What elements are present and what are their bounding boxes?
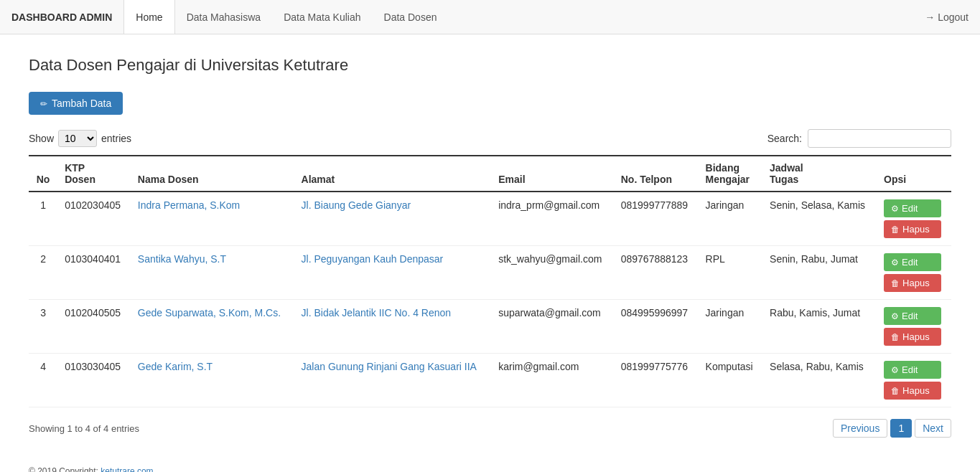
cell-telpon: 089767888123 bbox=[614, 246, 699, 300]
edit-label: Edit bbox=[902, 311, 918, 321]
entries-label: entries bbox=[101, 133, 131, 144]
col-jadwal: JadwalTugas bbox=[762, 156, 877, 192]
cell-ktp: 0103040401 bbox=[57, 246, 131, 300]
cell-nama: Indra Permana, S.Kom bbox=[131, 192, 294, 246]
cell-opsi: Edit Hapus bbox=[877, 246, 951, 300]
col-opsi: Opsi bbox=[877, 156, 951, 192]
main-content: Data Dosen Pengajar di Universitas Ketut… bbox=[0, 34, 980, 459]
col-ktp: KTPDosen bbox=[57, 156, 131, 192]
edit-label: Edit bbox=[902, 203, 918, 214]
cell-telpon: 081999777889 bbox=[614, 192, 699, 246]
table-row: 1 0102030405 Indra Permana, S.Kom Jl. Bi… bbox=[29, 192, 951, 246]
hapus-label: Hapus bbox=[902, 224, 930, 235]
nav-item-data-dosen[interactable]: Data Dosen bbox=[373, 0, 449, 34]
edit-button[interactable]: Edit bbox=[884, 199, 941, 217]
site-footer: © 2019 Copyright: ketutrare.com bbox=[0, 459, 980, 472]
pagination: Previous 1 Next bbox=[833, 419, 951, 438]
cell-alamat: Jalan Gunung Rinjani Gang Kasuari IIA bbox=[294, 354, 492, 407]
search-box: Search: bbox=[767, 129, 951, 148]
add-button-label: Tambah Data bbox=[52, 98, 111, 109]
site-footer-link[interactable]: ketutrare.com bbox=[101, 466, 153, 472]
nav-item-data-mata-kuliah[interactable]: Data Mata Kuliah bbox=[272, 0, 372, 34]
cell-no: 3 bbox=[29, 300, 57, 354]
edit-button[interactable]: Edit bbox=[884, 253, 941, 271]
dosen-table: No KTPDosen Nama Dosen Alamat Email No. … bbox=[29, 155, 951, 407]
nav-item-home[interactable]: Home bbox=[123, 0, 174, 34]
cell-jadwal: Rabu, Kamis, Jumat bbox=[762, 300, 877, 354]
col-nama: Nama Dosen bbox=[131, 156, 294, 192]
cell-email: stk_wahyu@gmail.com bbox=[491, 246, 614, 300]
cell-alamat: Jl. Peguyangan Kauh Denpasar bbox=[294, 246, 492, 300]
cell-no: 2 bbox=[29, 246, 57, 300]
gear-icon bbox=[891, 364, 899, 375]
cell-jadwal: Selasa, Rabu, Kamis bbox=[762, 354, 877, 407]
edit-button[interactable]: Edit bbox=[884, 361, 941, 379]
site-footer-text: © 2019 Copyright: bbox=[29, 466, 101, 472]
cell-email: suparwata@gmail.com bbox=[491, 300, 614, 354]
hapus-label: Hapus bbox=[902, 385, 930, 396]
cell-opsi: Edit Hapus bbox=[877, 354, 951, 407]
add-data-button[interactable]: Tambah Data bbox=[29, 92, 123, 115]
table-controls: Show 10 25 50 100 entries Search: bbox=[29, 129, 951, 148]
cell-alamat: Jl. Biaung Gede Gianyar bbox=[294, 192, 492, 246]
navbar-brand: DASHBOARD ADMIN bbox=[0, 11, 123, 23]
cell-jadwal: Senin, Rabu, Jumat bbox=[762, 246, 877, 300]
col-email: Email bbox=[491, 156, 614, 192]
show-entries: Show 10 25 50 100 entries bbox=[29, 130, 131, 147]
cell-opsi: Edit Hapus bbox=[877, 300, 951, 354]
prev-button[interactable]: Previous bbox=[833, 419, 887, 438]
trash-icon bbox=[891, 331, 900, 342]
page-1-button[interactable]: 1 bbox=[890, 419, 912, 438]
showing-text: Showing 1 to 4 of 4 entries bbox=[29, 423, 139, 434]
logout-icon bbox=[925, 11, 935, 23]
pencil-icon bbox=[40, 98, 47, 109]
show-label: Show bbox=[29, 133, 54, 144]
edit-label: Edit bbox=[902, 364, 918, 375]
logout-button[interactable]: Logout bbox=[913, 11, 980, 23]
hapus-label: Hapus bbox=[902, 278, 930, 288]
table-row: 2 0103040401 Santika Wahyu, S.T Jl. Pegu… bbox=[29, 246, 951, 300]
col-alamat: Alamat bbox=[294, 156, 492, 192]
edit-button[interactable]: Edit bbox=[884, 307, 941, 325]
page-title: Data Dosen Pengajar di Universitas Ketut… bbox=[29, 56, 951, 75]
logout-label: Logout bbox=[938, 11, 969, 23]
hapus-button[interactable]: Hapus bbox=[884, 274, 941, 292]
entries-select[interactable]: 10 25 50 100 bbox=[58, 130, 97, 147]
cell-bidang: RPL bbox=[699, 246, 763, 300]
gear-icon bbox=[891, 257, 899, 268]
hapus-button[interactable]: Hapus bbox=[884, 220, 941, 238]
hapus-button[interactable]: Hapus bbox=[884, 328, 941, 346]
edit-label: Edit bbox=[902, 257, 918, 268]
cell-email: karim@gmail.com bbox=[491, 354, 614, 407]
cell-nama: Santika Wahyu, S.T bbox=[131, 246, 294, 300]
cell-jadwal: Senin, Selasa, Kamis bbox=[762, 192, 877, 246]
trash-icon bbox=[891, 385, 900, 396]
cell-telpon: 081999775776 bbox=[614, 354, 699, 407]
table-row: 4 0103030405 Gede Karim, S.T Jalan Gunun… bbox=[29, 354, 951, 407]
trash-icon bbox=[891, 278, 900, 288]
cell-email: indra_prm@gmail.com bbox=[491, 192, 614, 246]
cell-telpon: 084995996997 bbox=[614, 300, 699, 354]
trash-icon bbox=[891, 224, 900, 235]
hapus-label: Hapus bbox=[902, 331, 930, 342]
gear-icon bbox=[891, 203, 899, 214]
navbar: DASHBOARD ADMIN Home Data Mahasiswa Data… bbox=[0, 0, 980, 34]
next-button[interactable]: Next bbox=[915, 419, 951, 438]
col-no: No bbox=[29, 156, 57, 192]
navbar-nav: Home Data Mahasiswa Data Mata Kuliah Dat… bbox=[123, 0, 913, 34]
nav-item-data-mahasiswa[interactable]: Data Mahasiswa bbox=[175, 0, 273, 34]
search-input[interactable] bbox=[808, 129, 951, 148]
search-label: Search: bbox=[767, 133, 802, 144]
cell-nama: Gede Suparwata, S.Kom, M.Cs. bbox=[131, 300, 294, 354]
cell-bidang: Jaringan bbox=[699, 300, 763, 354]
cell-nama: Gede Karim, S.T bbox=[131, 354, 294, 407]
cell-bidang: Komputasi bbox=[699, 354, 763, 407]
table-row: 3 0102040505 Gede Suparwata, S.Kom, M.Cs… bbox=[29, 300, 951, 354]
hapus-button[interactable]: Hapus bbox=[884, 382, 941, 400]
cell-bidang: Jaringan bbox=[699, 192, 763, 246]
table-footer: Showing 1 to 4 of 4 entries Previous 1 N… bbox=[29, 419, 951, 438]
cell-opsi: Edit Hapus bbox=[877, 192, 951, 246]
cell-ktp: 0102030405 bbox=[57, 192, 131, 246]
cell-no: 4 bbox=[29, 354, 57, 407]
col-bidang: BidangMengajar bbox=[699, 156, 763, 192]
